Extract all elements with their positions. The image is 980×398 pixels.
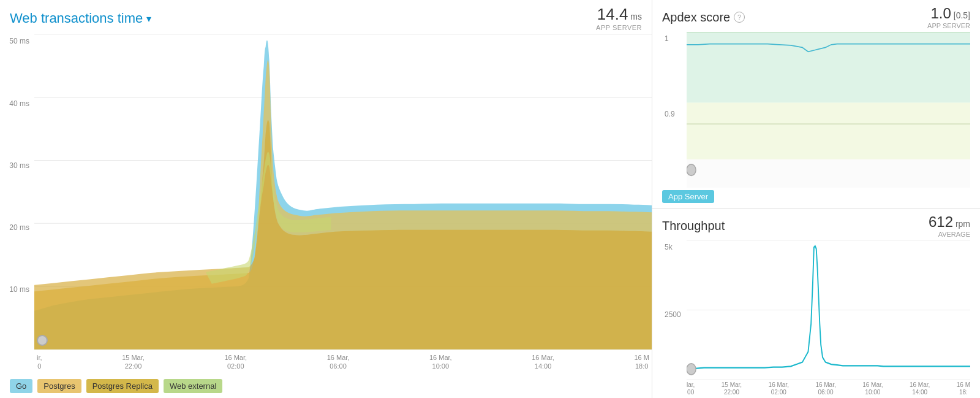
x-label-3: 16 Mar,06:00 xyxy=(327,353,350,371)
throughput-x-label-5: 16 Mar,14:00 xyxy=(910,381,930,396)
main-chart-area: 50 ms 40 ms 30 ms 20 ms 10 ms xyxy=(0,34,652,374)
throughput-stat: 612 rpm AVERAGE xyxy=(929,213,970,238)
svg-point-15 xyxy=(687,364,696,375)
y-label-50ms: 50 ms xyxy=(5,37,29,45)
svg-point-11 xyxy=(687,164,696,175)
throughput-x-label-6: 16 M18: xyxy=(957,381,970,396)
chart-stat-label: APP SERVER xyxy=(596,24,642,32)
y-label-30ms: 30 ms xyxy=(5,161,29,170)
throughput-header: Throughput 612 rpm AVERAGE xyxy=(662,213,970,238)
throughput-stat-unit: rpm xyxy=(953,219,970,229)
throughput-x-label-0: lar,00 xyxy=(687,381,695,396)
throughput-y-labels: 5k 2500 xyxy=(662,240,687,380)
legend-label-postgres: Postgres xyxy=(43,381,75,391)
throughput-title: Throughput xyxy=(662,219,725,233)
throughput-x-label-1: 15 Mar,22:00 xyxy=(722,381,742,396)
apdex-y-label-09: 0.9 xyxy=(665,110,684,118)
y-label-20ms: 20 ms xyxy=(5,223,29,232)
x-label-6: 16 M18:0 xyxy=(634,353,649,371)
throughput-stat-label: AVERAGE xyxy=(929,231,970,238)
throughput-x-label-2: 16 Mar,02:00 xyxy=(769,381,789,396)
throughput-stat-value: 612 xyxy=(929,213,953,230)
x-axis-labels: ir,0 15 Mar,22:00 16 Mar,02:00 16 Mar,06… xyxy=(34,350,652,374)
chart-header: Web transactions time ▾ 14.4 ms APP SERV… xyxy=(0,5,652,34)
throughput-chart-area: 5k 2500 lar,00 15 Mar,22:00 16 Mar,02:00 xyxy=(662,240,970,398)
chart-canvas xyxy=(34,34,652,350)
y-axis-labels: 50 ms 40 ms 30 ms 20 ms 10 ms xyxy=(0,34,34,350)
chart-stat-value: 14.4 xyxy=(597,5,628,23)
svg-rect-7 xyxy=(687,102,970,159)
x-label-4: 16 Mar,10:00 xyxy=(429,353,452,371)
chart-stat: 14.4 ms APP SERVER xyxy=(596,5,642,32)
throughput-x-label-3: 16 Mar,06:00 xyxy=(815,381,835,396)
chart-title-text: Web transactions time xyxy=(10,10,143,26)
y-label-40ms: 40 ms xyxy=(5,99,29,108)
apdex-stat-unit: [0.5] xyxy=(951,10,970,20)
x-label-1: 15 Mar,22:00 xyxy=(122,353,145,371)
main-chart-panel: Web transactions time ▾ 14.4 ms APP SERV… xyxy=(0,0,652,398)
chart-circle-indicator xyxy=(37,335,48,346)
apdex-stat-label: APP SERVER xyxy=(927,22,970,29)
throughput-y-label-5k: 5k xyxy=(665,243,684,251)
chart-legend: Go Postgres Postgres Replica Web externa… xyxy=(0,374,652,398)
apdex-chart-area: 1 0.9 xyxy=(662,32,970,188)
legend-label-web-external: Web external xyxy=(170,381,216,391)
apdex-y-label-1: 1 xyxy=(665,34,684,43)
svg-rect-8 xyxy=(687,159,970,188)
throughput-title-text: Throughput xyxy=(662,219,725,233)
x-label-2: 16 Mar,02:00 xyxy=(224,353,247,371)
x-label-0: ir,0 xyxy=(37,353,42,371)
legend-label-go: Go xyxy=(16,381,26,391)
throughput-y-label-2500: 2500 xyxy=(665,310,684,319)
apdex-title-text: Apdex score xyxy=(662,10,730,25)
throughput-x-label-4: 16 Mar,10:00 xyxy=(862,381,883,396)
x-label-5: 16 Mar,14:00 xyxy=(532,353,554,371)
app-server-badge[interactable]: App Server xyxy=(662,190,714,203)
help-icon[interactable]: ? xyxy=(734,12,745,23)
throughput-svg xyxy=(687,240,970,380)
legend-item-postgres-replica[interactable]: Postgres Replica xyxy=(86,379,159,393)
chart-stat-unit: ms xyxy=(628,12,642,21)
throughput-x-labels: lar,00 15 Mar,22:00 16 Mar,02:00 16 Mar,… xyxy=(687,380,970,398)
apdex-header: Apdex score ? 1.0 [0.5] APP SERVER xyxy=(662,5,970,29)
legend-label-postgres-replica: Postgres Replica xyxy=(92,381,153,391)
legend-item-postgres[interactable]: Postgres xyxy=(37,379,81,393)
right-panel: Apdex score ? 1.0 [0.5] APP SERVER 1 0.9 xyxy=(652,0,980,398)
apdex-title-group: Apdex score ? xyxy=(662,10,745,25)
y-label-10ms: 10 ms xyxy=(5,285,29,294)
legend-item-web-external[interactable]: Web external xyxy=(164,379,222,393)
apdex-stat: 1.0 [0.5] APP SERVER xyxy=(927,5,970,29)
apdex-section: Apdex score ? 1.0 [0.5] APP SERVER 1 0.9 xyxy=(652,0,980,209)
chevron-down-icon[interactable]: ▾ xyxy=(146,13,151,25)
apdex-legend: App Server xyxy=(662,188,970,208)
throughput-section: Throughput 612 rpm AVERAGE 5k 2500 xyxy=(652,209,980,398)
apdex-svg xyxy=(687,32,970,188)
main-chart-svg xyxy=(34,34,652,350)
legend-item-go[interactable]: Go xyxy=(10,379,32,393)
svg-rect-6 xyxy=(687,32,970,102)
apdex-stat-value: 1.0 xyxy=(930,5,951,21)
chart-title[interactable]: Web transactions time ▾ xyxy=(10,10,151,26)
apdex-y-labels: 1 0.9 xyxy=(662,32,687,188)
